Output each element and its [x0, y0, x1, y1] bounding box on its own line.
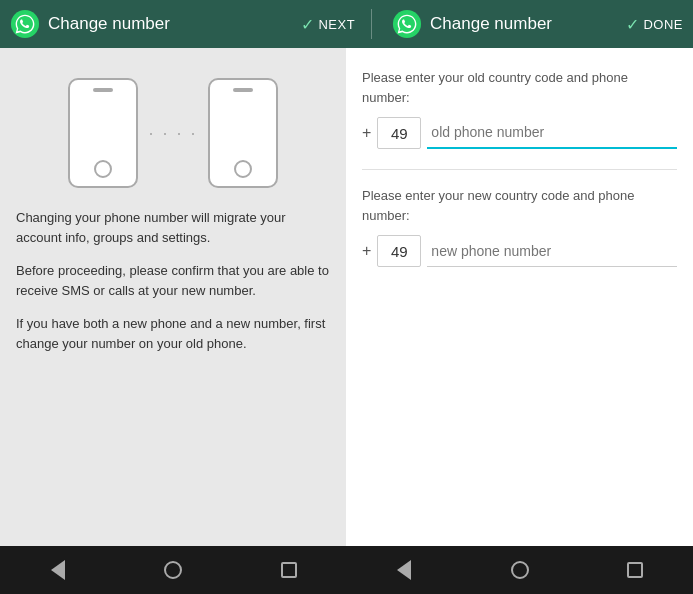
back-icon-right [397, 560, 411, 580]
svg-point-0 [11, 10, 39, 38]
done-button[interactable]: ✓ DONE [626, 15, 683, 34]
done-label: DONE [643, 17, 683, 32]
old-phone-input[interactable] [427, 117, 677, 149]
section-divider [362, 169, 677, 170]
header-right-logo-title: Change number [392, 9, 552, 39]
new-number-label: Please enter your new country code and p… [362, 186, 677, 225]
new-country-code-box[interactable]: 49 [377, 235, 421, 267]
header-bar: Change number ✓ NEXT Change number ✓ DON… [0, 0, 693, 48]
old-number-label: Please enter your old country code and p… [362, 68, 677, 107]
svg-point-1 [393, 10, 421, 38]
whatsapp-logo-right [392, 9, 422, 39]
main-content: · · · · Changing your phone number will … [0, 48, 693, 546]
nav-square-left[interactable] [264, 546, 314, 594]
transfer-dots: · · · · [138, 123, 207, 144]
phones-illustration: · · · · [16, 78, 330, 188]
square-icon-right [627, 562, 643, 578]
new-country-code: 49 [391, 243, 408, 260]
desc-both-phones: If you have both a new phone and a new n… [16, 314, 330, 353]
header-right-title: Change number [430, 14, 552, 34]
nav-back-left[interactable] [33, 546, 83, 594]
nav-home-right[interactable] [495, 546, 545, 594]
done-check-icon: ✓ [626, 15, 640, 34]
old-country-code: 49 [391, 125, 408, 142]
bottom-nav [0, 546, 693, 594]
header-left: Change number [0, 9, 301, 39]
next-label: NEXT [318, 17, 355, 32]
home-icon-right [511, 561, 529, 579]
old-number-row: + 49 [362, 117, 677, 149]
next-button[interactable]: ✓ NEXT [301, 15, 371, 34]
square-icon-left [281, 562, 297, 578]
nav-back-right[interactable] [379, 546, 429, 594]
header-right: Change number ✓ DONE [372, 9, 693, 39]
phone-old [68, 78, 138, 188]
next-check-icon: ✓ [301, 15, 315, 34]
back-icon-left [51, 560, 65, 580]
nav-home-left[interactable] [148, 546, 198, 594]
header-left-title: Change number [48, 14, 170, 34]
phone-new [208, 78, 278, 188]
old-country-code-box[interactable]: 49 [377, 117, 421, 149]
left-panel: · · · · Changing your phone number will … [0, 48, 346, 546]
desc-confirm: Before proceeding, please confirm that y… [16, 261, 330, 300]
right-panel: Please enter your old country code and p… [346, 48, 693, 546]
new-number-row: + 49 [362, 235, 677, 267]
old-plus-sign: + [362, 124, 371, 142]
new-phone-input[interactable] [427, 235, 677, 267]
new-plus-sign: + [362, 242, 371, 260]
desc-migrate: Changing your phone number will migrate … [16, 208, 330, 247]
nav-square-right[interactable] [610, 546, 660, 594]
home-icon-left [164, 561, 182, 579]
whatsapp-logo-left [10, 9, 40, 39]
